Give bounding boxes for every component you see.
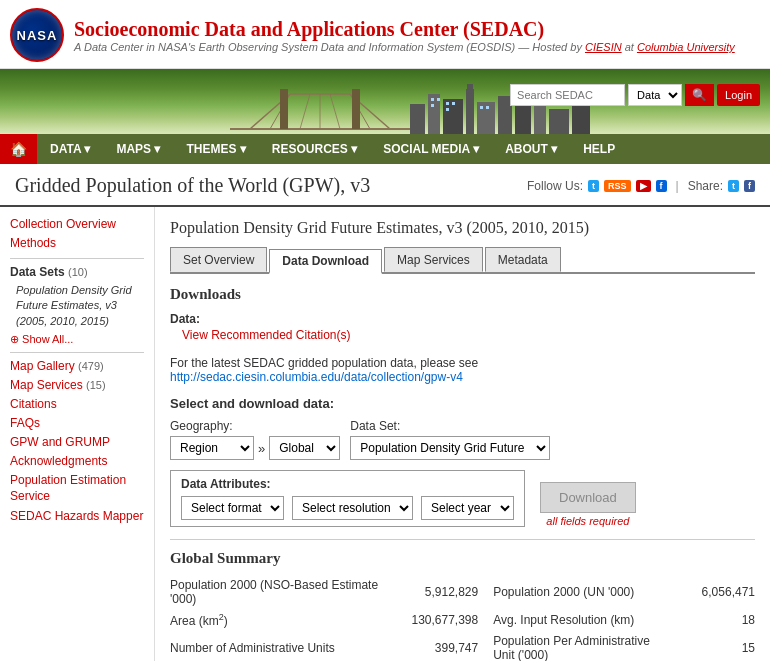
label1-r3: Number of Administrative Units [170,631,407,661]
svg-rect-25 [446,102,449,105]
format-select[interactable]: Select format ASCII GeoTiff NetCDF [181,496,284,520]
banner: Data 🔍 Login [0,69,770,134]
svg-line-5 [300,94,310,129]
tab-data-download[interactable]: Data Download [269,249,382,274]
data-attributes-box: Data Attributes: Select format ASCII Geo… [170,470,525,527]
flickr-icon[interactable]: f [656,180,667,192]
table-row: Population 2000 (NSO-Based Estimate '000… [170,575,755,609]
svg-rect-28 [480,106,483,109]
sidebar-collection-overview[interactable]: Collection Overview [10,217,144,231]
svg-rect-24 [431,104,434,107]
header-text: Socioeconomic Data and Applications Cent… [74,17,735,53]
tab-set-overview[interactable]: Set Overview [170,247,267,272]
data-attributes-label: Data Attributes: [181,477,514,491]
year-select[interactable]: Select year 2005 2010 2015 [421,496,514,520]
summary-table: Population 2000 (NSO-Based Estimate '000… [170,575,755,661]
nasa-logo: NASA [10,8,64,62]
sidebar-gpw-grump[interactable]: GPW and GRUMP [10,435,144,449]
value1-r3: 399,747 [407,631,493,661]
content-area: Population Density Grid Future Estimates… [155,207,770,661]
geography-select[interactable]: Region Country Continent [170,436,254,460]
dataset-select[interactable]: Population Density Grid Future Populatio… [350,436,550,460]
select-label: Select and download data: [170,396,755,411]
site-subtitle: A Data Center in NASA's Earth Observing … [74,41,735,53]
latest-text: For the latest SEDAC gridded population … [170,356,478,370]
rss-icon[interactable]: RSS [604,180,631,192]
svg-rect-23 [437,98,440,101]
sidebar-map-gallery[interactable]: Map Gallery (479) [10,359,144,373]
nav-social-media[interactable]: SOCIAL MEDIA ▾ [370,134,492,164]
tab-map-services[interactable]: Map Services [384,247,483,272]
sidebar-divider-1 [10,258,144,259]
citation-link[interactable]: View Recommended Citation(s) [170,328,351,342]
sidebar-acknowledgments[interactable]: Acknowledgments [10,454,144,468]
download-btn-group: Download all fields required [540,482,636,527]
data-colon: Data: [170,312,200,326]
value1-r1: 5,912,829 [407,575,493,609]
show-all-link[interactable]: ⊕ Show All... [10,333,144,346]
search-button[interactable]: 🔍 [685,84,714,106]
global-summary-section: Global Summary Population 2000 (NSO-Base… [170,539,755,661]
page-title: Gridded Population of the World (GPW), v… [15,174,370,197]
datasets-count: (10) [68,266,88,278]
banner-search-area: Data 🔍 Login [510,84,760,106]
latest-text-para: For the latest SEDAC gridded population … [170,356,755,384]
nav-maps[interactable]: MAPS ▾ [103,134,173,164]
datasets-section: Data Sets (10) Population Density Grid F… [10,265,144,346]
nav-resources[interactable]: RESOURCES ▾ [259,134,370,164]
geography-sub-select[interactable]: Global Africa Asia Europe [269,436,340,460]
sidebar-methods[interactable]: Methods [10,236,144,250]
value2-r1: 6,056,471 [680,575,755,609]
columbia-link[interactable]: Columbia University [637,41,735,53]
svg-rect-29 [486,106,489,109]
sidebar-map-services[interactable]: Map Services (15) [10,378,144,392]
table-row: Number of Administrative Units 399,747 P… [170,631,755,661]
sidebar-divider-2 [10,352,144,353]
nav-home[interactable]: 🏠 [0,134,37,164]
login-button[interactable]: Login [717,84,760,106]
svg-rect-26 [452,102,455,105]
tabs-container: Set Overview Data Download Map Services … [170,247,755,274]
youtube-icon[interactable]: ▶ [636,180,651,192]
svg-rect-15 [467,84,473,92]
twitter-share-icon[interactable]: t [728,180,739,192]
geography-group: Geography: Region Country Continent » Gl… [170,419,340,460]
global-summary-heading: Global Summary [170,550,755,567]
attributes-download-row: Data Attributes: Select format ASCII Geo… [170,470,755,527]
label2-r3: Population Per Administrative Unit ('000… [493,631,680,661]
page-title-bar: Gridded Population of the World (GPW), v… [0,164,770,207]
facebook-share-icon[interactable]: f [744,180,755,192]
twitter-follow-icon[interactable]: t [588,180,599,192]
navigation: 🏠 DATA ▾ MAPS ▾ THEMES ▾ RESOURCES ▾ SOC… [0,134,770,164]
sidebar-citations[interactable]: Citations [10,397,144,411]
nav-data[interactable]: DATA ▾ [37,134,103,164]
search-input[interactable] [510,84,625,106]
dataset-label: Data Set: [350,419,550,433]
svg-rect-9 [280,89,288,129]
sidebar-sedac-hazards[interactable]: SEDAC Hazards Mapper [10,509,144,525]
sidebar-population-estimation[interactable]: Population Estimation Service [10,473,144,504]
site-title: Socioeconomic Data and Applications Cent… [74,17,735,41]
value1-r2: 130,677,398 [407,609,493,631]
required-text: all fields required [546,515,629,527]
search-type-select[interactable]: Data [628,84,682,106]
header: NASA Socioeconomic Data and Applications… [0,0,770,69]
dataset-group: Data Set: Population Density Grid Future… [350,419,550,460]
attributes-selects: Select format ASCII GeoTiff NetCDF Selec… [181,496,514,520]
latest-url[interactable]: http://sedac.ciesin.columbia.edu/data/co… [170,370,463,384]
nav-themes[interactable]: THEMES ▾ [173,134,258,164]
tab-metadata[interactable]: Metadata [485,247,561,272]
nav-help[interactable]: HELP [570,134,628,164]
label2-r2: Avg. Input Resolution (km) [493,609,680,631]
download-button[interactable]: Download [540,482,636,513]
svg-rect-21 [572,102,590,134]
svg-line-7 [330,94,340,129]
current-dataset: Population Density Grid Future Estimates… [16,283,144,329]
downloads-heading: Downloads [170,286,755,303]
sidebar-faqs[interactable]: FAQs [10,416,144,430]
follow-label: Follow Us: [527,179,583,193]
ciesin-link[interactable]: CIESIN [585,41,622,53]
svg-rect-20 [549,109,569,134]
resolution-select[interactable]: Select resolution 2.5 arc-minutes 15 arc… [292,496,413,520]
nav-about[interactable]: ABOUT ▾ [492,134,570,164]
